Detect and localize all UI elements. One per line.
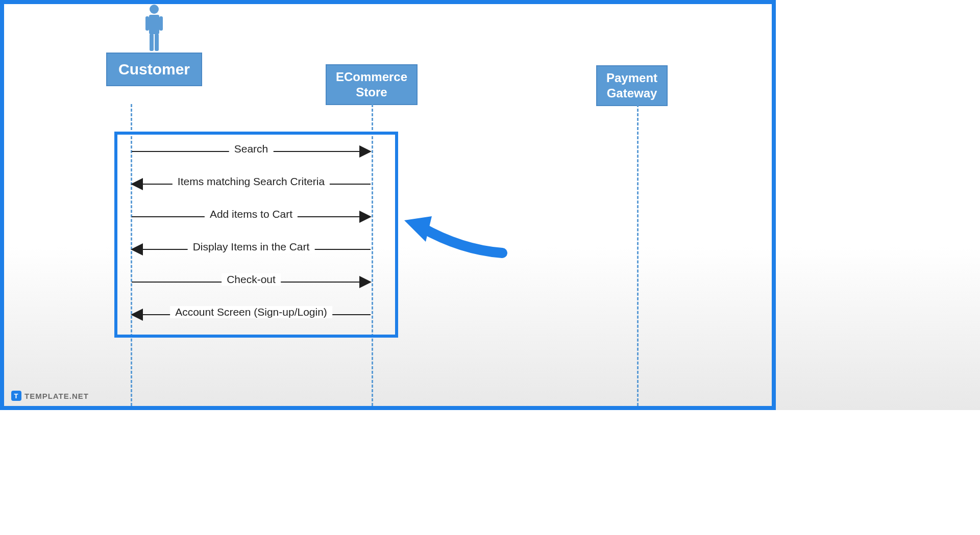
participant-customer: Customer — [106, 53, 202, 86]
message-label: Display Items in the Cart — [188, 241, 315, 253]
watermark-text: TEMPLATE.NET — [24, 392, 89, 400]
arrowhead-right-icon — [359, 211, 372, 223]
message-arrow: Add items to Cart — [132, 216, 371, 217]
participant-ecommerce-store: ECommerce Store — [326, 64, 418, 105]
lifeline-payment — [637, 104, 639, 406]
svg-rect-4 — [150, 34, 154, 51]
actor-customer: Customer — [106, 4, 202, 86]
arrowhead-right-icon — [359, 276, 372, 288]
participant-payment-gateway: Payment Gateway — [596, 65, 668, 106]
message-arrow: Display Items in the Cart — [132, 249, 371, 250]
svg-rect-3 — [159, 16, 163, 31]
arrowhead-left-icon — [131, 178, 143, 190]
message-label: Check-out — [222, 273, 281, 286]
arrowhead-left-icon — [131, 309, 143, 321]
svg-rect-1 — [149, 15, 159, 34]
message-arrow: Items matching Search Criteria — [132, 184, 371, 185]
watermark: T TEMPLATE.NET — [11, 391, 89, 401]
message-label: Search — [229, 143, 274, 155]
message-arrow: Check-out — [132, 282, 371, 283]
arrowhead-right-icon — [359, 145, 372, 158]
arrowhead-left-icon — [131, 243, 143, 256]
watermark-badge-icon: T — [11, 391, 21, 401]
person-icon — [144, 4, 164, 53]
message-label: Items matching Search Criteria — [173, 175, 330, 188]
svg-point-0 — [150, 5, 159, 14]
message-arrow: Search — [132, 151, 371, 152]
callout-arrow-icon — [400, 213, 507, 259]
message-arrow: Account Screen (Sign-up/Login) — [132, 314, 371, 315]
svg-rect-5 — [155, 34, 159, 51]
svg-rect-2 — [145, 16, 149, 31]
message-label: Add items to Cart — [205, 208, 298, 220]
message-label: Account Screen (Sign-up/Login) — [170, 306, 332, 318]
